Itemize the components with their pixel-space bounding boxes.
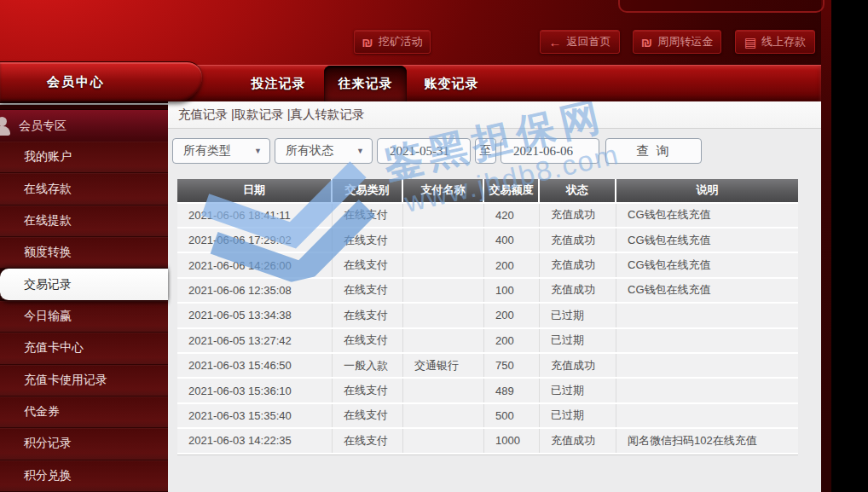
cell-status: 充值成功 (540, 204, 616, 227)
back-arrow-icon: ← (549, 36, 562, 49)
cell-description: CG钱包在线充值 (616, 229, 798, 252)
cell-status: 充值成功 (540, 279, 616, 302)
header-button[interactable]: ▤ 线上存款 (735, 30, 815, 54)
table-body: 2021-06-06 18:41:11 在线支付 420 充值成功 CG钱包在线… (177, 204, 798, 454)
cell-amount: 1000 (484, 429, 540, 452)
page: ₪ 挖矿活动 ← 返回首页 ₪ 周周转运金 ▤ 线上存款 会员中心 (0, 0, 868, 492)
subnav-separator: | (284, 107, 291, 121)
header-button[interactable]: ₪ 挖矿活动 (354, 30, 431, 54)
sidebar: 会员专区 我的账户 在线存款 在线提款 额度转换 (0, 101, 168, 492)
cell-payment-name (403, 379, 484, 402)
cell-payment-name (403, 253, 484, 276)
cell-status: 已过期 (540, 379, 616, 402)
cell-status: 已过期 (540, 304, 616, 327)
sidebar-item-label: 积分记录 (24, 436, 72, 451)
sidebar-section-member-zone[interactable]: 会员专区 (0, 109, 168, 142)
table-header-row: 日期 交易类别 支付名称 交易额度 状态 (177, 179, 798, 204)
sidebar-item[interactable]: 在线存款 (0, 173, 168, 205)
sidebar-item[interactable]: 交易记录 (0, 269, 168, 300)
cell-payment-name (403, 429, 484, 452)
header-button[interactable]: ← 返回首页 (540, 30, 620, 54)
tab[interactable]: 投注记录 (229, 66, 327, 101)
cell-description: CG钱包在线充值 (616, 204, 798, 227)
header-button[interactable]: ₪ 周周转运金 (633, 30, 721, 54)
cell-transaction-type: 在线支付 (333, 379, 403, 402)
record-tabbar: 投注记录 往来记录 账变记录 (168, 65, 821, 101)
search-button[interactable]: 查 询 (605, 138, 702, 164)
table-header-label: 交易类别 (345, 182, 390, 198)
header-button-label: 线上存款 (761, 34, 806, 49)
sidebar-item[interactable]: 代金券 (0, 396, 168, 428)
transaction-table: 日期 交易类别 支付名称 交易额度 状态 (177, 179, 798, 454)
cell-payment-name (403, 304, 484, 327)
cell-description (616, 404, 798, 427)
date-to-input[interactable] (501, 138, 599, 164)
sidebar-item-label: 代金券 (24, 404, 60, 420)
cell-amount: 500 (484, 404, 540, 427)
cell-description: CG钱包在线充值 (616, 253, 798, 276)
cell-payment-name (403, 229, 484, 252)
member-center-bar: 会员中心 (0, 61, 202, 101)
table-header-cell: 说明 (616, 179, 798, 202)
subnav-separator: | (228, 107, 234, 121)
status-select[interactable]: 所有状态 ▼ (275, 138, 373, 164)
table-header-label: 说明 (697, 182, 719, 198)
cell-date: 2021-06-03 15:35:40 (177, 404, 333, 427)
table-header-cell: 状态 (540, 179, 616, 202)
tab-label: 往来记录 (339, 76, 393, 92)
header-button-row: ₪ 挖矿活动 ← 返回首页 ₪ 周周转运金 ▤ 线上存款 (0, 0, 831, 60)
sidebar-item[interactable]: 额度转换 (0, 237, 168, 269)
cell-amount: 200 (484, 304, 540, 327)
tab[interactable]: 账变记录 (407, 66, 496, 101)
sidebar-item[interactable]: 积分兑换 (0, 460, 168, 492)
sidebar-item[interactable]: 充值卡中心 (0, 333, 168, 364)
sidebar-item-label: 今日输赢 (24, 309, 72, 324)
right-edge-strip (821, 0, 831, 492)
sidebar-item[interactable]: 我的账户 (0, 142, 168, 173)
cell-description (616, 304, 798, 327)
cell-payment-name (403, 279, 484, 302)
table-row: 2021-06-06 18:41:11 在线支付 420 充值成功 CG钱包在线… (177, 204, 798, 229)
cell-date: 2021-06-06 17:29:02 (177, 229, 333, 252)
page-title: 会员中心 (47, 74, 105, 90)
cell-date: 2021-06-05 13:34:38 (177, 304, 333, 327)
table-header-label: 日期 (243, 182, 265, 198)
tab[interactable]: 往来记录 (324, 66, 407, 101)
table-header-label: 状态 (566, 182, 588, 198)
tab-label: 账变记录 (425, 76, 479, 92)
subnav-entry: |真人转款记录 (284, 107, 365, 123)
subnav-link[interactable]: 取款记录 (234, 107, 284, 121)
date-from-input[interactable] (377, 138, 471, 164)
cell-date: 2021-06-03 14:22:35 (177, 429, 333, 452)
cell-date: 2021-06-03 15:36:10 (177, 379, 333, 402)
table-row: 2021-06-06 17:29:02 在线支付 400 充值成功 CG钱包在线… (177, 229, 798, 253)
table-header-cell: 支付名称 (403, 179, 484, 202)
cell-amount: 200 (484, 253, 540, 276)
type-select[interactable]: 所有类型 ▼ (172, 138, 270, 164)
cell-date: 2021-06-06 14:26:00 (177, 253, 333, 276)
table-row: 2021-06-03 15:36:10 在线支付 489 已过期 (177, 379, 798, 403)
cell-amount: 420 (484, 204, 540, 227)
cell-status: 已过期 (540, 329, 616, 352)
sidebar-item[interactable]: 充值卡使用记录 (0, 365, 168, 396)
sidebar-item[interactable]: 积分记录 (0, 428, 168, 460)
subnav-link[interactable]: 充值记录 (178, 107, 228, 121)
tab-label: 投注记录 (252, 76, 306, 92)
sidebar-item[interactable]: 今日输赢 (0, 301, 168, 333)
cell-description (616, 379, 798, 402)
cell-date: 2021-06-03 15:46:50 (177, 354, 333, 377)
status-select-value: 所有状态 (286, 143, 333, 159)
sidebar-menu: 我的账户 在线存款 在线提款 额度转换 交易记录 (0, 142, 168, 492)
cell-amount: 100 (484, 279, 540, 302)
main-content: 充值记录 |取款记录 |真人转款记录 所有类型 ▼ 所有状态 ▼ (168, 101, 821, 492)
cell-transaction-type: 在线支付 (333, 429, 403, 452)
cell-date: 2021-06-06 12:35:08 (177, 279, 333, 302)
cell-status: 充值成功 (540, 229, 616, 252)
sidebar-item[interactable]: 在线提款 (0, 205, 168, 237)
sidebar-item-label: 在线提款 (24, 213, 72, 229)
subnav-link[interactable]: 真人转款记录 (291, 107, 365, 121)
table-row: 2021-06-03 14:22:35 在线支付 1000 充值成功 闻名微信扫… (177, 429, 798, 454)
subnav-entry: |取款记录 (228, 107, 284, 123)
cell-amount: 489 (484, 379, 540, 402)
table-row: 2021-06-03 15:46:50 一般入款 交通银行 750 充值成功 (177, 354, 798, 379)
